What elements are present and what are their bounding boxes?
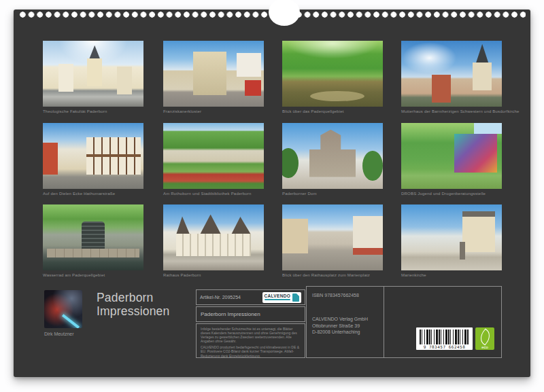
photo-cell: DROBS Jugend und Drogenberatungsstelle (401, 123, 502, 196)
publisher-city: D-82008 Unterhaching (312, 329, 384, 335)
article-number-box: Artikel-Nr. 2095254 CALVENDO (196, 289, 305, 305)
title-box: Paderborn Impressionen (196, 306, 305, 322)
eco-logo: eco (475, 327, 494, 350)
photo-theologische-fakultaet (43, 41, 143, 107)
calvendo-tagline-bar (265, 299, 290, 300)
photo-caption: Mutterhaus der Barmherzigen Schwestern u… (401, 109, 502, 113)
info-column: Artikel-Nr. 2095254 CALVENDO Paderborn I… (196, 289, 305, 359)
author-photo (44, 290, 82, 328)
photo-franziskanerkloster (163, 41, 264, 107)
photo-rothoborn-stadtbibliothek (163, 123, 264, 189)
photo-caption: Marienkirche (401, 273, 502, 277)
photo-paderborner-dom (282, 123, 383, 189)
calendar-title: Paderborn Impressionen (97, 291, 169, 319)
publisher-address: CALVENDO Verlag GmbH Ottobrunner Straße … (312, 316, 384, 335)
calendar-title-line2: Impressionen (97, 304, 169, 318)
calendar-sheet: Theologische Fakultät Paderborn Franzisk… (14, 10, 530, 377)
photo-marienkirche (401, 204, 502, 270)
calvendo-calendar-icon (292, 293, 299, 302)
publisher-street: Ottobrunner Straße 39 (312, 323, 384, 329)
legal-box: Infolge bestehender Schutzrechte ist es … (196, 323, 305, 358)
barcode-bars (420, 329, 469, 344)
photo-paderquellgebiet (282, 41, 383, 107)
leaf-icon (477, 329, 493, 346)
ean-barcode: 9 783457 662458 (416, 327, 473, 350)
photo-wasserrad (43, 204, 143, 270)
isbn-text: ISBN 9783457662458 (312, 292, 384, 298)
photo-caption: Theologische Fakultät Paderborn (43, 109, 143, 113)
photo-cell: Mutterhaus der Barmherzigen Schwestern u… (401, 41, 502, 113)
photo-rathausplatz-marienplatz (282, 204, 383, 270)
photo-caption: Blick über das Paderquellgebiet (282, 109, 383, 113)
photo-caption: DROBS Jugend und Drogenberatungsstelle (401, 192, 502, 196)
isbn-panel: ISBN 9783457662458 CALVENDO Verlag GmbH … (306, 286, 502, 358)
photo-drobs-beratungsstelle (401, 123, 502, 189)
photo-cell: Auf den Dielen Ecke Hathumarstraße (43, 123, 143, 196)
publisher-name: CALVENDO Verlag GmbH (312, 316, 384, 322)
isbn-cell: ISBN 9783457662458 CALVENDO Verlag GmbH … (307, 287, 384, 357)
calvendo-wordmark: CALVENDO (265, 293, 290, 298)
photo-cell: Am Rothoborn und Stadtbibliothek Paderbo… (163, 123, 264, 196)
photo-cell: Paderborner Dom (282, 123, 383, 196)
title-box-text: Paderborn Impressionen (201, 311, 260, 317)
author-name: Dirk Meutzner (44, 332, 74, 336)
calendar-back-cover: Theologische Fakultät Paderborn Franzisk… (0, 0, 544, 392)
photo-caption: Rathaus Paderborn (163, 273, 264, 277)
photo-rathaus (163, 204, 264, 270)
photo-cell: Wasserrad am Paderquellgebiet (43, 204, 143, 277)
photo-mutterhaus-busdorfkirche (401, 41, 502, 107)
barcode-digits: 9 783457 662458 (416, 344, 473, 350)
photo-cell: Rathaus Paderborn (163, 204, 264, 277)
photo-caption: Auf den Dielen Ecke Hathumarstraße (43, 192, 143, 196)
photo-hathumarstrasse (43, 123, 143, 189)
legal-paragraph: Infolge bestehender Schutzrechte ist es … (201, 327, 301, 343)
article-number: Artikel-Nr. 2095254 (200, 295, 241, 300)
photo-caption: Paderborner Dom (282, 192, 383, 196)
photo-cell: Franziskanerkloster (163, 41, 264, 113)
calendar-title-line1: Paderborn (97, 291, 169, 304)
photo-caption: Franziskanerkloster (163, 109, 264, 113)
photo-cell: Blick über den Rathausplatz zum Marienpl… (282, 204, 383, 277)
photo-caption: Wasserrad am Paderquellgebiet (43, 273, 143, 277)
eco-label: eco (475, 345, 494, 349)
photo-caption: Am Rothoborn und Stadtbibliothek Paderbo… (163, 192, 264, 196)
photo-caption: Blick über den Rathausplatz zum Marienpl… (282, 273, 383, 277)
photo-cell: Theologische Fakultät Paderborn (43, 41, 143, 113)
hanger-notch (269, 0, 300, 26)
photo-cell: Marienkirche (401, 204, 502, 277)
panel-divider (384, 287, 384, 357)
photo-cell: Blick über das Paderquellgebiet (282, 41, 383, 113)
calvendo-logo: CALVENDO (262, 292, 301, 303)
legal-paragraph: CALVENDO produziert bedarfsgerecht und k… (201, 345, 301, 357)
